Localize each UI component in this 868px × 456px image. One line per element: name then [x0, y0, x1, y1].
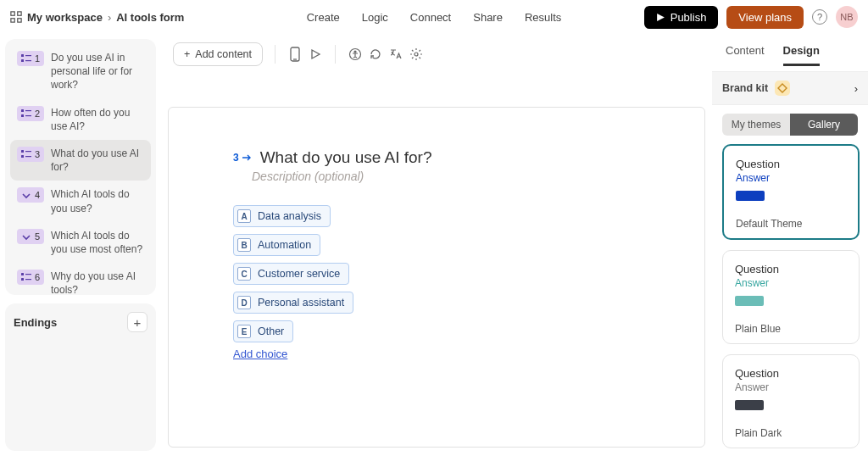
- svg-rect-16: [21, 273, 24, 275]
- svg-rect-13: [25, 151, 31, 152]
- svg-rect-15: [25, 156, 31, 157]
- question-item-1[interactable]: 1Do you use AI in personal life or for w…: [10, 44, 151, 99]
- theme-question-label: Question: [736, 158, 846, 170]
- choice-key: E: [237, 325, 251, 338]
- nav-logic[interactable]: Logic: [362, 11, 388, 24]
- choice-c[interactable]: CCustomer service: [233, 263, 349, 285]
- plus-icon: +: [184, 48, 190, 60]
- canvas-area: + Add content 3 What do you use AI for? …: [161, 34, 712, 456]
- chevron-right-icon: ›: [108, 11, 111, 24]
- svg-rect-4: [21, 54, 24, 57]
- settings-icon[interactable]: [409, 47, 424, 62]
- question-header: 3 What do you use AI for?: [233, 148, 650, 167]
- theme-answer-label: Answer: [735, 277, 847, 289]
- endings-title: Endings: [14, 316, 57, 329]
- svg-point-24: [415, 53, 418, 56]
- question-index: 3: [233, 152, 252, 164]
- choices-list: AData analysisBAutomationCCustomer servi…: [233, 205, 650, 342]
- breadcrumb[interactable]: My workspace › AI tools form: [10, 11, 184, 24]
- choice-a[interactable]: AData analysis: [233, 205, 331, 227]
- theme-card-0[interactable]: QuestionAnswerDefault Theme: [722, 144, 860, 240]
- refresh-icon[interactable]: [368, 47, 383, 62]
- add-content-button[interactable]: + Add content: [173, 42, 263, 66]
- question-canvas[interactable]: 3 What do you use AI for? Description (o…: [168, 107, 705, 448]
- svg-rect-9: [25, 110, 31, 111]
- choice-key: A: [237, 209, 251, 223]
- play-icon: [656, 13, 665, 22]
- question-title[interactable]: What do you use AI for?: [260, 148, 432, 167]
- question-type-icon: 6: [17, 270, 44, 285]
- question-item-label: Which AI tools do you use most often?: [51, 229, 144, 256]
- toggle-gallery[interactable]: Gallery: [790, 114, 858, 136]
- theme-card-2[interactable]: QuestionAnswerPlain Dark: [722, 354, 860, 448]
- question-type-icon: 3: [17, 147, 44, 162]
- choice-key: C: [237, 267, 251, 281]
- device-mobile-icon[interactable]: [287, 47, 303, 62]
- theme-swatch: [735, 296, 764, 306]
- svg-rect-6: [21, 59, 24, 62]
- theme-card-1[interactable]: QuestionAnswerPlain Blue: [722, 250, 860, 344]
- nav-create[interactable]: Create: [307, 11, 340, 24]
- theme-swatch: [736, 191, 765, 201]
- toolbar-separator: [335, 45, 336, 64]
- svg-rect-10: [21, 114, 24, 117]
- question-item-6[interactable]: 6Why do you use AI tools?: [10, 263, 151, 295]
- theme-name: Plain Blue: [735, 323, 847, 335]
- right-panel: Content Design Brand kit › My themes Gal…: [712, 34, 868, 456]
- question-type-icon: 5: [17, 229, 44, 244]
- endings-panel: Endings +: [5, 303, 156, 451]
- question-item-label: Do you use AI in personal life or for wo…: [51, 51, 144, 92]
- nav-results[interactable]: Results: [525, 11, 561, 24]
- arrow-right-icon: [242, 153, 252, 162]
- svg-rect-2: [11, 19, 14, 22]
- theme-question-label: Question: [735, 367, 847, 380]
- theme-swatch: [735, 400, 764, 410]
- svg-point-23: [354, 51, 356, 53]
- question-type-icon: 4: [17, 187, 44, 203]
- svg-rect-14: [21, 155, 24, 158]
- tab-design[interactable]: Design: [783, 44, 820, 66]
- breadcrumb-workspace[interactable]: My workspace: [27, 11, 103, 24]
- toggle-my-themes[interactable]: My themes: [722, 114, 790, 136]
- question-list: 1Do you use AI in personal life or for w…: [5, 39, 156, 295]
- toolbar-separator: [275, 45, 275, 64]
- nav-share[interactable]: Share: [473, 11, 503, 24]
- preview-icon[interactable]: [308, 47, 323, 62]
- question-item-2[interactable]: 2How often do you use AI?: [10, 99, 151, 140]
- theme-answer-label: Answer: [735, 381, 847, 393]
- theme-name: Default Theme: [736, 218, 846, 230]
- question-item-5[interactable]: 5Which AI tools do you use most often?: [10, 222, 151, 263]
- view-plans-button[interactable]: View plans: [726, 6, 804, 29]
- choice-label: Data analysis: [258, 210, 321, 222]
- help-icon[interactable]: ?: [812, 9, 827, 25]
- tab-content[interactable]: Content: [726, 44, 765, 66]
- theme-gallery[interactable]: QuestionAnswerDefault ThemeQuestionAnswe…: [712, 136, 868, 456]
- question-item-label: What do you use AI for?: [51, 147, 144, 174]
- breadcrumb-form[interactable]: AI tools form: [116, 11, 184, 24]
- question-item-4[interactable]: 4Which AI tools do you use?: [10, 181, 151, 221]
- add-ending-button[interactable]: +: [127, 312, 147, 332]
- question-item-3[interactable]: 3What do you use AI for?: [10, 140, 151, 181]
- accessibility-icon[interactable]: [348, 47, 363, 62]
- plans-label: View plans: [738, 11, 792, 24]
- question-description[interactable]: Description (optional): [252, 170, 650, 183]
- choice-b[interactable]: BAutomation: [233, 234, 320, 256]
- svg-rect-1: [18, 12, 21, 15]
- choice-label: Customer service: [258, 268, 340, 280]
- question-item-label: Which AI tools do you use?: [51, 187, 144, 214]
- choice-e[interactable]: EOther: [233, 320, 293, 342]
- add-content-label: Add content: [195, 48, 252, 60]
- brand-kit-row[interactable]: Brand kit ›: [712, 71, 868, 105]
- question-item-label: How often do you use AI?: [51, 106, 144, 133]
- add-choice-button[interactable]: Add choice: [233, 348, 287, 360]
- top-right: Publish View plans ? NB: [644, 6, 858, 29]
- publish-button[interactable]: Publish: [644, 6, 719, 29]
- svg-rect-11: [25, 115, 31, 116]
- svg-rect-7: [25, 60, 31, 61]
- top-nav: Create Logic Connect Share Results: [307, 11, 562, 24]
- nav-connect[interactable]: Connect: [410, 11, 451, 24]
- choice-key: D: [237, 296, 251, 309]
- translate-icon[interactable]: [388, 47, 403, 62]
- avatar[interactable]: NB: [836, 6, 858, 28]
- choice-d[interactable]: DPersonal assistant: [233, 292, 353, 314]
